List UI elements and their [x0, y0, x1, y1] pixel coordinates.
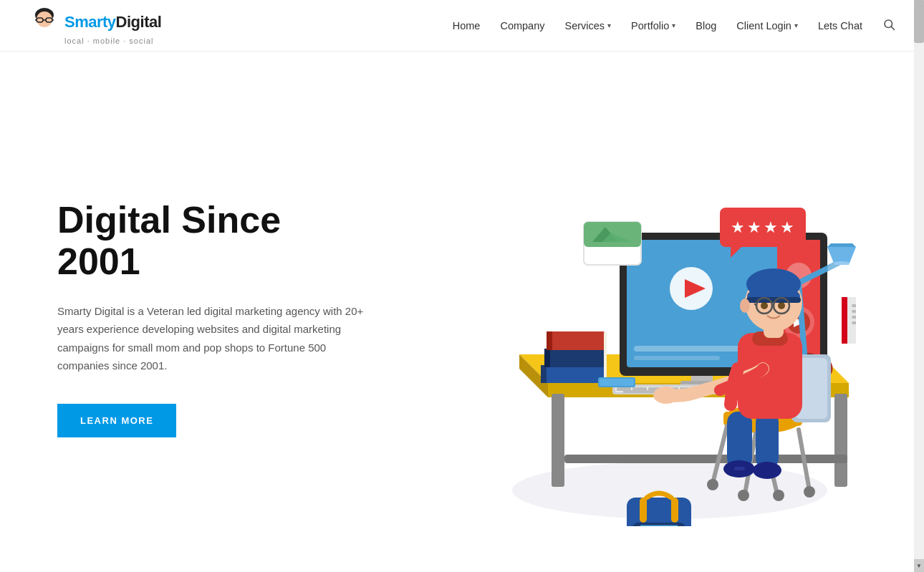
- nav-home[interactable]: Home: [453, 20, 481, 31]
- svg-rect-53: [604, 349, 607, 367]
- svg-rect-56: [600, 379, 634, 386]
- svg-point-90: [773, 490, 784, 501]
- svg-marker-63: [827, 243, 856, 247]
- svg-point-64: [827, 261, 856, 276]
- svg-point-98: [653, 387, 679, 404]
- hero-description: Smarty Digital is a Veteran led digital …: [57, 302, 365, 375]
- svg-line-8: [891, 26, 894, 29]
- hero-title: Digital Since 2001: [57, 200, 372, 281]
- nav-portfolio[interactable]: Portfolio: [631, 20, 669, 31]
- site-header: SmartyDigital local · mobile · social Ho…: [0, 0, 924, 52]
- svg-rect-14: [834, 394, 847, 487]
- svg-point-110: [740, 299, 750, 313]
- svg-rect-92: [756, 412, 779, 469]
- scrollbar-arrow-down[interactable]: ▼: [914, 559, 924, 571]
- svg-rect-74: [842, 297, 847, 344]
- scrollbar-thumb[interactable]: [914, 0, 924, 43]
- search-icon[interactable]: [882, 18, 895, 34]
- svg-rect-77: [852, 316, 856, 319]
- nav-client-login[interactable]: Client Login: [736, 20, 791, 31]
- svg-point-109: [778, 302, 785, 309]
- svg-point-108: [761, 302, 768, 309]
- svg-rect-111: [627, 498, 691, 526]
- svg-rect-76: [852, 310, 856, 313]
- svg-rect-48: [547, 331, 605, 350]
- hero-text: Digital Since 2001 Smarty Digital is a V…: [57, 200, 401, 437]
- services-chevron-icon: ▾: [607, 21, 611, 29]
- svg-rect-49: [541, 365, 547, 383]
- svg-rect-30: [634, 346, 749, 352]
- nav-lets-chat[interactable]: Lets Chat: [818, 20, 862, 31]
- svg-rect-13: [552, 394, 564, 487]
- scrollbar-track[interactable]: ▲ ▼: [914, 0, 924, 571]
- logo-text: SmartyDigital: [64, 13, 161, 31]
- nav-services[interactable]: Services: [565, 20, 605, 31]
- svg-rect-31: [634, 356, 720, 360]
- svg-point-94: [753, 462, 781, 479]
- logo-icon: [29, 6, 60, 38]
- svg-rect-78: [852, 321, 856, 324]
- hero-illustration: ★★★★: [401, 111, 867, 526]
- svg-rect-95: [734, 467, 745, 470]
- svg-point-89: [738, 490, 749, 501]
- nav-company[interactable]: Company: [500, 20, 544, 31]
- nav-services-dropdown[interactable]: Services ▾: [565, 20, 612, 31]
- nav-portfolio-dropdown[interactable]: Portfolio ▾: [631, 20, 675, 31]
- svg-rect-91: [727, 412, 752, 469]
- nav-blog[interactable]: Blog: [696, 20, 716, 31]
- svg-point-87: [707, 479, 718, 490]
- logo-tagline: local · mobile · social: [64, 37, 154, 45]
- svg-text:★★★★: ★★★★: [731, 218, 797, 236]
- svg-rect-117: [671, 498, 678, 523]
- learn-more-button[interactable]: LEARN MORE: [57, 404, 176, 437]
- portfolio-chevron-icon: ▾: [672, 21, 675, 29]
- svg-point-88: [804, 486, 815, 498]
- svg-rect-50: [544, 349, 550, 367]
- nav-client-login-dropdown[interactable]: Client Login ▾: [736, 20, 798, 31]
- illustration-svg: ★★★★: [412, 111, 856, 526]
- client-login-chevron-icon: ▾: [794, 21, 798, 29]
- hero-section: Digital Since 2001 Smarty Digital is a V…: [0, 52, 924, 571]
- svg-rect-116: [640, 498, 647, 523]
- main-nav: Home Company Services ▾ Portfolio ▾ Blog…: [453, 18, 895, 34]
- logo-area: SmartyDigital local · mobile · social: [29, 6, 161, 45]
- svg-rect-51: [547, 331, 552, 350]
- svg-rect-47: [544, 349, 605, 367]
- svg-rect-46: [541, 365, 605, 383]
- svg-point-1: [37, 11, 52, 27]
- svg-rect-75: [852, 304, 856, 307]
- svg-rect-52: [604, 332, 607, 349]
